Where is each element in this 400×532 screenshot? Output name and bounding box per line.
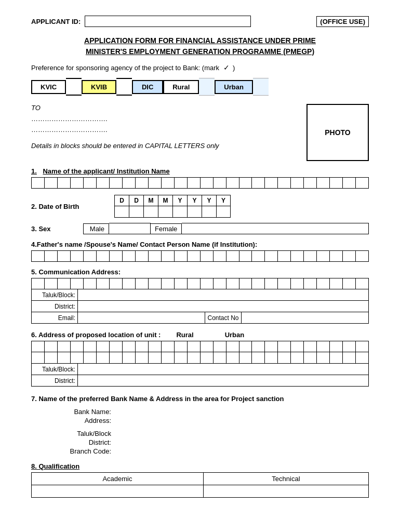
s5-cell[interactable]	[83, 278, 96, 289]
s6-cell[interactable]	[303, 352, 316, 364]
s1-cell[interactable]	[213, 177, 226, 189]
s6-cell[interactable]	[251, 352, 264, 364]
s4-cell[interactable]	[148, 250, 161, 262]
agency-kvib[interactable]: KVIB	[82, 80, 116, 94]
s5-cell[interactable]	[122, 278, 135, 289]
s6-cell[interactable]	[342, 341, 355, 352]
s6-cell[interactable]	[226, 341, 239, 352]
s6-cell[interactable]	[251, 341, 264, 352]
s1-cell[interactable]	[239, 177, 252, 189]
s6-cell[interactable]	[122, 352, 135, 364]
dob-input-y3[interactable]	[202, 206, 216, 218]
s5-email-input[interactable]	[78, 312, 205, 324]
s6-cell[interactable]	[83, 341, 96, 352]
s4-cell[interactable]	[122, 250, 135, 262]
s5-cell[interactable]	[329, 278, 342, 289]
s5-cell[interactable]	[57, 278, 70, 289]
s5-cell[interactable]	[174, 278, 187, 289]
s1-cell[interactable]	[161, 177, 174, 189]
s4-cell[interactable]	[96, 250, 109, 262]
s5-cell[interactable]	[70, 278, 83, 289]
s3-male[interactable]: Male	[83, 223, 109, 234]
s6-cell[interactable]	[148, 341, 161, 352]
s6-cell[interactable]	[96, 352, 109, 364]
s6-cell[interactable]	[264, 341, 277, 352]
s1-cell[interactable]	[31, 177, 44, 189]
s1-cell[interactable]	[355, 177, 369, 189]
s1-cell[interactable]	[251, 177, 264, 189]
s6-cell[interactable]	[161, 341, 174, 352]
dob-input-y4[interactable]	[216, 206, 231, 218]
s4-cell[interactable]	[226, 250, 239, 262]
agency-urban[interactable]: Urban	[215, 80, 253, 94]
s6-cell[interactable]	[31, 341, 44, 352]
dob-input-m2[interactable]	[158, 206, 172, 218]
s6-cell[interactable]	[174, 352, 187, 364]
s4-cell[interactable]	[161, 250, 174, 262]
s5-cell[interactable]	[277, 278, 290, 289]
s4-cell[interactable]	[70, 250, 83, 262]
dob-input-y1[interactable]	[172, 206, 187, 218]
s1-cell[interactable]	[329, 177, 342, 189]
qual-technical-cell[interactable]	[203, 485, 368, 498]
s1-cell[interactable]	[264, 177, 277, 189]
s5-cell[interactable]	[226, 278, 239, 289]
s6-cell[interactable]	[290, 341, 303, 352]
s4-cell[interactable]	[109, 250, 122, 262]
s6-cell[interactable]	[174, 341, 187, 352]
s1-cell[interactable]	[148, 177, 161, 189]
s1-cell[interactable]	[96, 177, 109, 189]
s6-cell[interactable]	[213, 341, 226, 352]
s6-cell[interactable]	[83, 352, 96, 364]
s1-cell[interactable]	[187, 177, 200, 189]
s4-cell[interactable]	[355, 250, 369, 262]
s5-cell[interactable]	[200, 278, 213, 289]
s6-cell[interactable]	[187, 341, 200, 352]
s6-cell[interactable]	[329, 341, 342, 352]
s4-cell[interactable]	[290, 250, 303, 262]
s5-cell[interactable]	[239, 278, 252, 289]
s5-cell[interactable]	[264, 278, 277, 289]
s4-cell[interactable]	[187, 250, 200, 262]
s1-cell[interactable]	[316, 177, 329, 189]
s6-cell[interactable]	[187, 352, 200, 364]
s6-cell[interactable]	[109, 341, 122, 352]
s6-cell[interactable]	[148, 352, 161, 364]
s4-cell[interactable]	[31, 250, 44, 262]
s6-cell[interactable]	[135, 341, 148, 352]
dob-input-d2[interactable]	[129, 206, 143, 218]
s6-cell[interactable]	[57, 341, 70, 352]
s1-cell[interactable]	[70, 177, 83, 189]
qual-academic-cell[interactable]	[32, 485, 204, 498]
s5-cell[interactable]	[109, 278, 122, 289]
s5-cell[interactable]	[290, 278, 303, 289]
s4-cell[interactable]	[57, 250, 70, 262]
s3-female[interactable]: Female	[151, 223, 182, 234]
s4-cell[interactable]	[316, 250, 329, 262]
s4-cell[interactable]	[264, 250, 277, 262]
s6-cell[interactable]	[44, 352, 57, 364]
dob-input-d1[interactable]	[114, 206, 129, 218]
s3-male-box[interactable]	[109, 223, 151, 234]
s1-cell[interactable]	[57, 177, 70, 189]
s6-cell[interactable]	[70, 352, 83, 364]
s6-cell[interactable]	[44, 341, 57, 352]
s4-cell[interactable]	[277, 250, 290, 262]
s1-cell[interactable]	[303, 177, 316, 189]
s5-district-input[interactable]	[78, 301, 369, 312]
s5-cell[interactable]	[161, 278, 174, 289]
s6-cell[interactable]	[264, 352, 277, 364]
s1-cell[interactable]	[83, 177, 96, 189]
s5-cell[interactable]	[303, 278, 316, 289]
s6-cell[interactable]	[355, 341, 369, 352]
s4-cell[interactable]	[44, 250, 57, 262]
s6-cell[interactable]	[342, 352, 355, 364]
s6-cell[interactable]	[200, 341, 213, 352]
s5-cell[interactable]	[213, 278, 226, 289]
s6-cell[interactable]	[303, 341, 316, 352]
s6-cell[interactable]	[31, 352, 44, 364]
s6-cell[interactable]	[277, 352, 290, 364]
dob-input-y2[interactable]	[187, 206, 202, 218]
s5-cell[interactable]	[187, 278, 200, 289]
s1-cell[interactable]	[200, 177, 213, 189]
